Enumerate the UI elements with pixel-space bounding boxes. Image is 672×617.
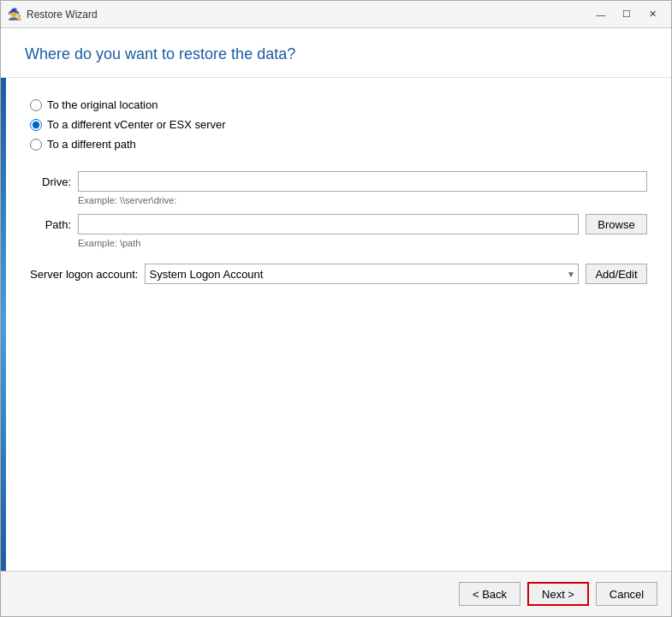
radio-path-label: To a different path [47, 138, 136, 151]
server-select-wrapper: System Logon Account ▼ [145, 264, 579, 284]
add-edit-button[interactable]: Add/Edit [586, 264, 647, 284]
path-input[interactable] [78, 214, 579, 234]
radio-vcenter[interactable] [30, 119, 42, 131]
radio-path[interactable] [30, 139, 42, 151]
drive-input[interactable] [78, 171, 647, 192]
path-row: Path: Browse [30, 214, 647, 234]
window-icon: 🧙 [8, 8, 21, 21]
cancel-button[interactable]: Cancel [596, 582, 657, 606]
path-example: Example: \path [78, 238, 647, 248]
maximize-button[interactable]: ☐ [615, 5, 639, 24]
radio-vcenter-label: To a different vCenter or ESX server [47, 118, 226, 131]
page-title: Where do you want to restore the data? [25, 45, 647, 63]
drive-row: Drive: [30, 171, 647, 192]
radio-item-vcenter[interactable]: To a different vCenter or ESX server [30, 118, 647, 131]
server-row: Server logon account: System Logon Accou… [30, 264, 647, 284]
server-select[interactable]: System Logon Account [145, 264, 579, 284]
back-button[interactable]: < Back [459, 582, 520, 606]
path-label: Path: [30, 218, 71, 231]
window-title: Restore Wizard [27, 9, 589, 21]
main-section: To the original location To a different … [6, 78, 671, 571]
next-button[interactable]: Next > [527, 582, 589, 606]
drive-example: Example: \\server\drive: [78, 195, 647, 205]
radio-original-label: To the original location [47, 98, 158, 111]
title-bar-controls: — ☐ ✕ [589, 5, 664, 24]
window: 🧙 Restore Wizard — ☐ ✕ Where do you want… [0, 0, 672, 617]
minimize-button[interactable]: — [589, 5, 613, 24]
radio-item-original[interactable]: To the original location [30, 98, 647, 111]
footer: < Back Next > Cancel [1, 571, 671, 616]
radio-original[interactable] [30, 99, 42, 111]
radio-item-path[interactable]: To a different path [30, 138, 647, 151]
title-bar: 🧙 Restore Wizard — ☐ ✕ [1, 1, 671, 28]
main-wrapper: To the original location To a different … [1, 78, 671, 571]
server-label: Server logon account: [30, 268, 138, 281]
drive-label: Drive: [30, 175, 71, 188]
header-section: Where do you want to restore the data? [1, 28, 671, 78]
form-section: Drive: Example: \\server\drive: Path: Br… [30, 171, 647, 284]
browse-button[interactable]: Browse [586, 214, 647, 234]
radio-group: To the original location To a different … [30, 98, 647, 151]
close-button[interactable]: ✕ [640, 5, 664, 24]
content-area: Where do you want to restore the data? T… [1, 28, 671, 571]
